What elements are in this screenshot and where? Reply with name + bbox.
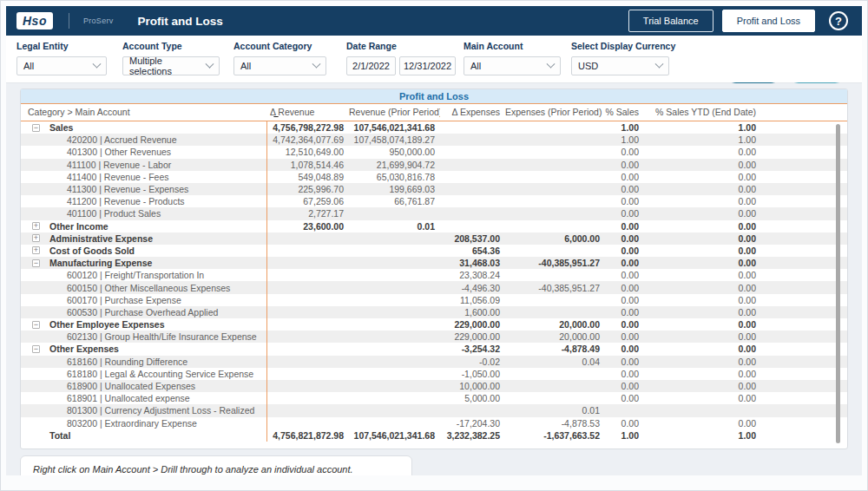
top-header-bar: Hso ProServ Profit and Loss Trial Balanc… (6, 6, 862, 36)
value-cell: 0.00 (605, 381, 644, 391)
category-cell: +Other Income (21, 221, 266, 232)
table-title: Profit and Loss (399, 91, 469, 101)
column-header-3[interactable]: Δ Expenses (440, 104, 505, 117)
row-label: 618160 | Rounding Difference (67, 357, 187, 367)
table-row[interactable]: 602130 | Group Health/Life Insurance Exp… (21, 331, 847, 343)
table-row[interactable]: 411300 | Revenue - Expenses225,996.70199… (21, 183, 847, 195)
value-cell: 0.00 (644, 418, 761, 429)
value-cell: 0.00 (644, 307, 761, 318)
value-cell: -1,050.00 (440, 369, 505, 379)
value-cell: 67,259.06 (266, 195, 349, 207)
filter-label: Date Range (346, 41, 456, 51)
table-row[interactable]: −Sales4,756,798,272.98107,546,021,341.68… (21, 121, 847, 134)
filter-dropdown[interactable]: All (464, 56, 561, 75)
value-cell: 107,546,021,341.68 (349, 430, 440, 441)
date-end-input[interactable]: 12/31/2022 (399, 56, 456, 75)
value-cell (266, 380, 349, 392)
table-title-bar: Profit and Loss (21, 89, 847, 103)
filter-label: Account Type (122, 41, 220, 51)
table-row[interactable]: 401300 | Other Revenues12,510,649.00950,… (21, 146, 847, 158)
category-cell: −Manufacturing Expense (21, 258, 266, 268)
value-cell (266, 368, 349, 380)
category-cell: 602130 | Group Health/Life Insurance Exp… (21, 331, 266, 342)
table-row[interactable]: 420200 | Accrued Revenue4,742,364,077.69… (21, 134, 847, 146)
value-cell: 1.00 (605, 134, 644, 145)
table-row[interactable]: +Administrative Expense208,537.006,000.0… (21, 232, 847, 245)
filter-legal-entity: Legal EntityAll (16, 41, 107, 75)
expand-icon[interactable]: + (32, 246, 40, 254)
category-cell: 600150 | Other Miscellaneous Expenses (21, 283, 266, 293)
value-cell: -17,204.30 (440, 418, 505, 429)
column-header-6[interactable]: % Sales YTD (End Date) (644, 104, 761, 117)
expand-icon[interactable]: + (32, 222, 40, 230)
value-cell: 950,000.00 (349, 147, 440, 157)
filter-select-display-currency: Select Display CurrencyUSD (571, 41, 675, 75)
category-cell: 411300 | Revenue - Expenses (21, 184, 266, 194)
column-header-4[interactable]: Expenses (Prior Period) (505, 104, 605, 117)
value-cell: 107,458,074,189.27 (349, 134, 440, 145)
collapse-icon[interactable]: − (32, 321, 40, 329)
table-row[interactable]: 401100 | Product Sales2,727.170.000.00 (21, 207, 847, 219)
collapse-icon[interactable]: − (32, 124, 40, 132)
table-row[interactable]: 618900 | Unallocated Expenses10,000.000.… (21, 380, 847, 392)
value-cell: 4,742,364,077.69 (266, 134, 349, 146)
column-header-1[interactable]: Δ Revenue (266, 104, 349, 117)
report-page: Hso ProServ Profit and Loss Trial Balanc… (0, 0, 868, 491)
value-cell (266, 294, 349, 306)
value-cell: 65,030,816.78 (349, 172, 440, 182)
value-cell: 0.00 (644, 344, 761, 354)
value-cell: 0.00 (605, 258, 644, 268)
value-cell (266, 331, 349, 343)
value-cell: 0.00 (644, 184, 761, 194)
table-row[interactable]: 600150 | Other Miscellaneous Expenses-4,… (21, 281, 847, 293)
table-row[interactable]: 803200 | Extraordinary Expense-17,204.30… (21, 417, 847, 429)
collapse-icon[interactable]: − (32, 259, 40, 267)
filter-dropdown[interactable]: All (233, 56, 326, 75)
table-row[interactable]: +Other Income23,600.000.010.000.00 (21, 220, 847, 232)
value-cell: 0.00 (644, 369, 761, 379)
column-header-2[interactable]: Revenue (Prior Period) (349, 104, 440, 117)
table-row[interactable]: 600530 | Purchase Overhead Applied1,600.… (21, 306, 847, 318)
table-row[interactable]: 618160 | Rounding Difference-0.020.040.0… (21, 356, 847, 368)
table-row[interactable]: Total4,756,821,872.98107,546,021,341.683… (21, 429, 847, 442)
value-cell: 21,699,904.72 (349, 160, 440, 170)
trial-balance-button[interactable]: Trial Balance (628, 10, 713, 32)
help-icon[interactable]: ? (829, 11, 848, 30)
value-cell: 0.00 (605, 344, 644, 354)
value-cell: 0.00 (605, 172, 644, 182)
table-row[interactable]: 411200 | Revenue - Products67,259.0666,7… (21, 195, 847, 207)
table-row[interactable]: 600170 | Purchase Expense11,056.090.000.… (21, 294, 847, 306)
table-row[interactable]: 411100 | Revenue - Labor1,078,514.4621,6… (21, 159, 847, 171)
table-row[interactable]: 801300 | Currency Adjustment Loss - Real… (21, 404, 847, 416)
table-row[interactable]: 411400 | Revenue - Fees549,048.8965,030,… (21, 171, 847, 183)
value-cell: 10,000.00 (440, 381, 505, 391)
filter-dropdown[interactable]: All (16, 56, 107, 75)
table-row[interactable]: −Other Expenses-3,254.32-4,878.490.000.0… (21, 343, 847, 355)
expand-icon[interactable]: + (32, 234, 40, 242)
table-row[interactable]: +Cost of Goods Sold654.360.000.00 (21, 245, 847, 257)
category-cell: 420200 | Accrued Revenue (21, 134, 266, 145)
vertical-scrollbar[interactable] (836, 124, 840, 443)
table-row[interactable]: −Other Employee Expenses229,000.0020,000… (21, 318, 847, 331)
value-cell: -1,637,663.52 (505, 430, 605, 441)
table-row[interactable]: 618180 | Legal & Accounting Service Expe… (21, 368, 847, 380)
column-header-5[interactable]: % Sales (605, 104, 644, 117)
value-cell: 0.00 (605, 245, 644, 256)
table-row[interactable]: 600120 | Freight/Transportation In23,308… (21, 269, 847, 281)
collapse-icon[interactable]: − (32, 345, 40, 353)
date-start-input[interactable]: 2/1/2022 (346, 56, 396, 75)
value-cell: -3,254.32 (440, 344, 505, 354)
table-row[interactable]: 618901 | Unallocated expense5,000.000.00… (21, 392, 847, 404)
value-cell: 0.00 (605, 221, 644, 232)
category-cell: 618180 | Legal & Accounting Service Expe… (21, 369, 266, 379)
column-header-0[interactable]: Category > Main Account (21, 104, 266, 117)
filter-dropdown[interactable]: USD (571, 56, 669, 75)
row-label: Other Expenses (49, 344, 119, 354)
table-row[interactable]: −Manufacturing Expense31,468.03-40,385,9… (21, 257, 847, 269)
profit-and-loss-button[interactable]: Profit and Loss (722, 10, 815, 32)
value-cell: -40,385,951.27 (505, 258, 605, 268)
value-cell: 23,600.00 (266, 220, 349, 232)
filter-dropdown[interactable]: Multiple selections (122, 56, 220, 75)
row-label: Manufacturing Expense (49, 258, 152, 268)
bottom-strip (6, 475, 862, 483)
